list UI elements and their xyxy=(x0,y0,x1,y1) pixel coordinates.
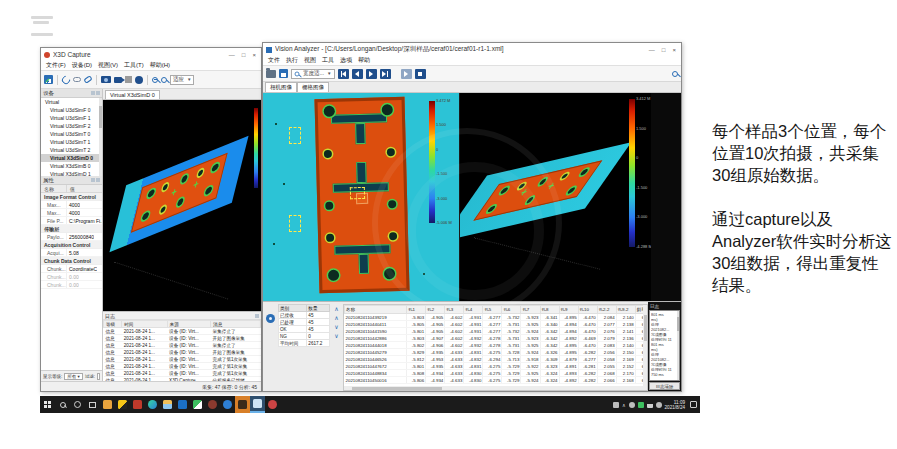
close-button[interactable]: × xyxy=(252,52,256,58)
stop-icon[interactable] xyxy=(125,76,132,83)
device-tree-item[interactable]: Virtual U3dSimF 0 xyxy=(41,106,102,114)
panel-close-icon[interactable] xyxy=(96,91,100,95)
step-back-button[interactable] xyxy=(352,69,363,79)
play-button[interactable] xyxy=(366,69,377,79)
property-row[interactable]: Paylo...256000840 xyxy=(41,233,102,241)
close-button[interactable]: × xyxy=(672,47,676,53)
last-frame-button[interactable] xyxy=(380,69,391,79)
table-row[interactable]: 信息2021-08-24 1...设备 (ID: Virt...完成了第1次采集 xyxy=(104,363,261,370)
property-row[interactable]: Max...4000 xyxy=(41,201,102,209)
volume-icon[interactable] xyxy=(656,402,662,408)
taskbar-app-icon[interactable] xyxy=(100,396,115,413)
device-tree-item[interactable]: Virtual U3dSimT 1 xyxy=(41,138,102,146)
column-header[interactable]: 类别 xyxy=(279,305,307,312)
menu-item[interactable]: 文件(F) xyxy=(43,61,69,70)
property-row[interactable]: Chunk...0.00 xyxy=(41,281,102,289)
video-capture-icon[interactable] xyxy=(114,77,122,83)
table-row[interactable]: 已处理45 xyxy=(279,319,330,326)
analyzer-isoview-pane[interactable]: 3.412 M1.5000-1.500-3.000-4.288 M xyxy=(459,93,651,301)
log-scrollbar[interactable] xyxy=(677,311,680,380)
menu-item[interactable]: 工具(T) xyxy=(121,61,147,70)
hidden-icons-chevron[interactable]: ∧ xyxy=(622,402,626,408)
network-icon[interactable] xyxy=(647,402,653,408)
table-row[interactable]: 信息2021-08-24 1...设备 (ID: Virt...采集停止了 xyxy=(104,342,261,349)
device-tree-item[interactable]: Virtual U3dSimT 0 xyxy=(41,130,102,138)
processing-log-list[interactable]: 801 msms)处理2021082...完成图像处理时间 11801 msms… xyxy=(649,310,680,381)
task-view-icon[interactable] xyxy=(85,396,100,413)
image-tab[interactable]: 栅格图像 xyxy=(297,82,329,92)
property-row[interactable]: Max...4000 xyxy=(41,209,102,217)
viewport-tab[interactable]: Virtual X3dSimD 0 xyxy=(105,90,160,99)
tray-app-icon[interactable] xyxy=(638,402,644,408)
property-row[interactable]: Acqui...5.08 xyxy=(41,249,102,257)
cortana-icon[interactable] xyxy=(70,396,85,413)
level-select[interactable]: 所有 ▾ xyxy=(64,373,83,380)
taskbar-app-icon[interactable] xyxy=(115,396,130,413)
property-row[interactable]: Chunk...0.00 xyxy=(41,273,102,281)
taskbar-app-icon[interactable] xyxy=(220,396,235,413)
scroll-bottom-icon[interactable]: ∨ xyxy=(334,333,338,339)
taskbar-app-icon[interactable] xyxy=(175,396,190,413)
column-header[interactable]: 消息 xyxy=(211,321,261,328)
panel-refresh-icon[interactable] xyxy=(91,91,95,95)
zoom-out-icon[interactable] xyxy=(152,77,158,83)
device-tree-item[interactable]: Virtual U3dSimF 2 xyxy=(41,122,102,130)
property-row[interactable]: File P...C:\Program Fi... xyxy=(41,217,102,225)
table-row[interactable]: 信息2021-08-24 1...设备 (ID: Virt...采集停止了 xyxy=(104,328,261,335)
cloud-icon[interactable] xyxy=(629,402,635,408)
taskbar-clock[interactable]: 11:09 2021/8/24 xyxy=(665,400,685,410)
property-group[interactable]: Acquisition Control xyxy=(41,241,102,249)
table-row[interactable]: 20210824110450016-5.806-4.934-4.633-4.83… xyxy=(345,377,648,384)
device-tree-item[interactable]: Virtual X3dSimD 1 xyxy=(41,170,102,176)
column-header[interactable]: 孔8 xyxy=(540,306,559,314)
column-header[interactable]: 孔10 xyxy=(578,306,597,314)
zoom-mode-select[interactable]: 适应▼ xyxy=(170,75,194,85)
table-row[interactable]: 信息2021-08-24 1...设备 (ID: Virt...完成了第1次采集 xyxy=(104,370,261,377)
table-row[interactable]: 20210824110442886-5.803-4.907-4.602-4.93… xyxy=(345,335,648,342)
taskbar-app-icon[interactable] xyxy=(205,396,220,413)
device-tree-root[interactable]: Virtual xyxy=(41,98,102,106)
tree-scrollbar[interactable] xyxy=(99,98,102,176)
menu-item[interactable]: 设备(D) xyxy=(69,61,95,70)
column-header[interactable]: 孔6 xyxy=(502,306,521,314)
taskbar-app-icon[interactable] xyxy=(190,396,205,413)
column-header[interactable]: 孔9 xyxy=(559,306,578,314)
filter-input[interactable] xyxy=(97,373,100,380)
search-icon[interactable] xyxy=(55,396,70,413)
tray-app-icon[interactable] xyxy=(613,402,619,408)
table-row[interactable]: 信息2021-08-24 1...设备 (ID: Virt...开始了图像采集 xyxy=(104,349,261,356)
menu-item[interactable]: 帮助 xyxy=(355,56,373,65)
table-row[interactable]: 20210824110448834-5.808-4.934-4.633-4.83… xyxy=(345,370,648,377)
column-header[interactable]: 孔5 xyxy=(483,306,502,314)
menu-item[interactable]: 视图(V) xyxy=(95,61,121,70)
open-folder-icon[interactable] xyxy=(266,70,276,78)
column-header[interactable]: 孔1 xyxy=(407,306,426,314)
property-row[interactable]: Chunk...CoordinateC xyxy=(41,265,102,273)
menu-item[interactable]: 工具 xyxy=(319,56,337,65)
column-header[interactable]: 名称 xyxy=(345,306,407,314)
maximize-button[interactable]: □ xyxy=(662,47,666,53)
snapshot-icon[interactable] xyxy=(101,76,111,83)
property-group[interactable]: 传输层 xyxy=(41,225,102,233)
column-header[interactable]: 孔2 xyxy=(426,306,445,314)
clear-log-button[interactable]: 日志清除 xyxy=(649,382,680,390)
table-row[interactable]: 20210824110445279-5.829-4.935-4.633-4.83… xyxy=(345,349,648,356)
run-button[interactable] xyxy=(401,69,412,79)
menu-item[interactable]: 视图 xyxy=(301,56,319,65)
record-icon[interactable] xyxy=(135,76,143,84)
analyzer-app-taskbar-icon[interactable] xyxy=(250,396,265,413)
search-icon[interactable] xyxy=(672,71,678,77)
column-header[interactable]: 孔3 xyxy=(445,306,464,314)
table-row[interactable]: 信息2021-08-24 1...设备 (ID: Virt...开始了图像采集 xyxy=(104,335,261,342)
stop-run-button[interactable] xyxy=(415,69,426,79)
edge-browser-icon[interactable] xyxy=(145,396,160,413)
column-header[interactable]: 时间 xyxy=(122,321,167,328)
property-group[interactable]: Chunk Data Control xyxy=(41,257,102,265)
column-header[interactable]: 孔2-2 xyxy=(597,306,616,314)
table-row[interactable]: 20210824110439219-5.803-4.905-4.602-4.93… xyxy=(345,314,648,321)
capture-titlebar[interactable]: X3D Capture — □ × xyxy=(41,48,261,61)
table-row[interactable]: OK45 xyxy=(279,326,330,333)
minimize-button[interactable]: — xyxy=(649,47,655,53)
log-clear-icon[interactable] xyxy=(255,314,259,318)
property-group[interactable]: Image Format Control xyxy=(41,193,102,201)
